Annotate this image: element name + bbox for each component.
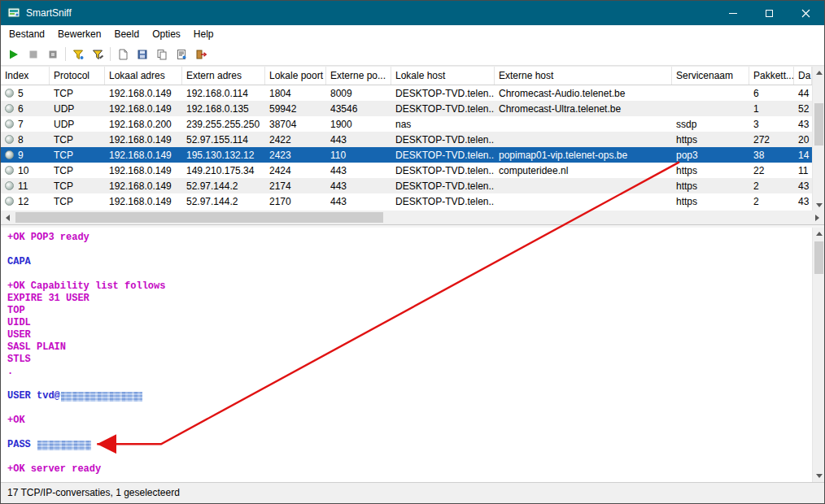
start-capture-button[interactable] [4,45,24,63]
menu-bestand[interactable]: Bestand [2,26,51,42]
cell-remote-host: popimap01-vip.telenet-ops.be [495,147,672,163]
cell-service: https [672,193,749,209]
save-button[interactable] [133,45,152,63]
col-packets-header[interactable]: Pakkett... [749,67,794,85]
scroll-up-button[interactable] [813,228,825,240]
session-vertical-scrollbar[interactable] [812,228,824,482]
cell-data: 20 [794,132,812,147]
table-row[interactable]: 9TCP192.168.0.149195.130.132.122423110DE… [1,147,812,163]
table-vertical-scrollbar[interactable] [812,67,824,211]
cell-local-addr: 192.168.0.149 [105,85,182,101]
scrollbar-thumb[interactable] [814,241,823,274]
scroll-up-button[interactable] [813,67,825,79]
session-line: +OK server ready [7,463,812,476]
clear-packets-button[interactable] [113,45,133,63]
properties-button[interactable] [172,45,191,63]
menu-beeld[interactable]: Beeld [107,26,146,42]
cell-index: 8 [1,132,50,147]
table-row[interactable]: 12TCP192.168.0.14952.97.144.22170443DESK… [1,193,812,209]
cell-local-addr: 192.168.0.149 [105,163,182,178]
minimize-button[interactable] [714,1,751,25]
cell-packets: 2 [749,193,794,209]
copy-button[interactable] [152,45,172,63]
cell-remote-port: 443 [326,163,391,178]
cell-remote-host: computeridee.nl [495,163,672,178]
conversation-icon [5,119,14,128]
cell-remote-port: 43546 [326,101,391,116]
cell-remote-host [495,116,672,132]
cell-protocol: UDP [50,116,105,132]
cell-data: 43 [794,193,812,209]
menu-opties[interactable]: Opties [146,26,187,42]
cell-packets: 1 [749,101,794,116]
exit-icon [194,48,207,61]
cell-local-host: DESKTOP-TVD.telen... [391,132,495,147]
cell-local-host: DESKTOP-TVD.telen... [391,193,495,209]
cell-local-addr: 192.168.0.149 [105,178,182,193]
pause-capture-icon [46,48,59,61]
menu-help[interactable]: Help [187,26,220,42]
cell-remote-addr: 52.97.144.2 [182,193,265,209]
col-remote-addr-header[interactable]: Extern adres [182,67,265,85]
cell-data: 14 [794,147,812,163]
table-row[interactable]: 8TCP192.168.0.14952.97.155.1142422443DES… [1,132,812,147]
pause-capture-button[interactable] [43,45,63,63]
table-row[interactable]: 7UDP192.168.0.200239.255.255.25038704190… [1,116,812,132]
table-row[interactable]: 5TCP192.168.0.149192.168.0.11418048009DE… [1,85,812,101]
cell-data: 11 [794,163,812,178]
col-data-header[interactable]: Da [794,67,812,85]
col-remote-port-header[interactable]: Externe po... [326,67,391,85]
cell-local-addr: 192.168.0.149 [105,101,182,116]
maximize-button[interactable] [751,1,788,25]
cell-local-port: 2170 [265,193,326,209]
col-local-addr-header[interactable]: Lokaal adres [105,67,182,85]
cell-data: 44 [794,85,812,101]
col-local-host-header[interactable]: Lokale host [391,67,495,85]
scroll-down-button[interactable] [813,199,825,211]
table-row[interactable]: 6UDP192.168.0.149192.168.0.1355994243546… [1,101,812,116]
menu-bewerken[interactable]: Bewerken [51,26,107,42]
cell-packets: 3 [749,116,794,132]
cell-local-host: DESKTOP-TVD.telen... [391,178,495,193]
session-line [7,244,812,256]
close-icon [801,9,810,18]
display-filter-button[interactable] [88,45,107,63]
table-row[interactable]: 10TCP192.168.0.149149.210.175.342424443D… [1,163,812,178]
conversation-icon [5,89,14,98]
scroll-down-button[interactable] [813,470,825,482]
col-local-port-header[interactable]: Lokale poort [265,67,326,85]
col-remote-host-header[interactable]: Externe host [495,67,672,85]
toolbar [1,43,824,66]
close-button[interactable] [788,1,824,25]
scrollbar-thumb[interactable] [15,212,383,223]
cell-remote-host: Chromecast-Ultra.telenet.be [495,101,672,116]
cell-local-port: 59942 [265,101,326,116]
capture-filter-button[interactable] [68,45,88,63]
col-index-header[interactable]: Index [1,67,50,85]
arrow-right-icon [815,215,819,221]
cell-service: pop3 [672,147,749,163]
window-title: SmartSniff [26,7,714,19]
table-header: Index Protocol Lokaal adres Extern adres… [1,67,812,85]
cell-local-port: 2424 [265,163,326,178]
cell-local-addr: 192.168.0.149 [105,193,182,209]
cell-service: https [672,132,749,147]
horizontal-scrollbar[interactable] [1,211,824,224]
cell-local-port: 1804 [265,85,326,101]
cell-packets: 22 [749,163,794,178]
col-service-header[interactable]: Servicenaam [672,67,749,85]
session-line: SASL PLAIN [7,341,812,354]
exit-button[interactable] [191,45,211,63]
scroll-left-button[interactable] [1,211,15,224]
cell-remote-addr: 195.130.132.12 [182,147,265,163]
cell-service [672,101,749,116]
session-line: +OK Capability list follows [7,280,812,293]
scrollbar-thumb[interactable] [814,103,823,146]
col-protocol-header[interactable]: Protocol [50,67,105,85]
cell-packets: 2 [749,178,794,193]
scroll-right-button[interactable] [810,211,824,224]
stop-capture-button[interactable] [24,45,43,63]
conversation-icon [5,150,14,159]
cell-local-host: DESKTOP-TVD.telen... [391,85,495,101]
table-row[interactable]: 11TCP192.168.0.14952.97.144.22174443DESK… [1,178,812,193]
